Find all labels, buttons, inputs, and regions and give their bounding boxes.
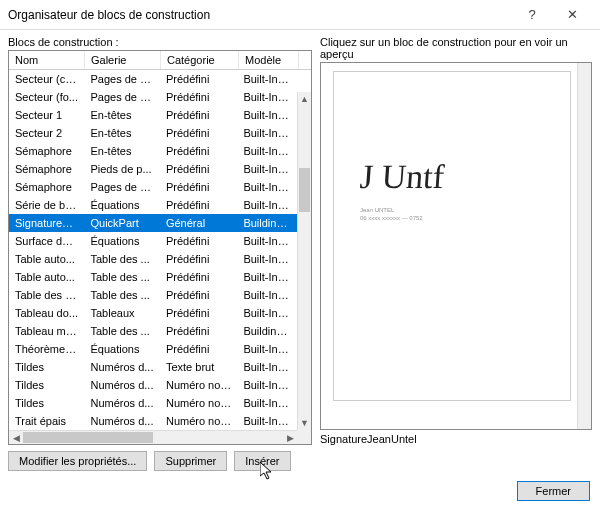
preview-meta: Jean UNTEL06 xxxx xxxxxx — 0752 xyxy=(360,206,423,223)
table-row[interactable]: SignatureJe...QuickPartGénéralBuilding .… xyxy=(9,214,297,232)
cell: Prédéfini xyxy=(160,163,237,175)
table-row[interactable]: TildesNuméros d...Numéro nor...Built-In … xyxy=(9,394,297,412)
cell: Built-In B... xyxy=(237,415,297,427)
cell: Table des ... xyxy=(84,325,159,337)
table-row[interactable]: Série de blo...ÉquationsPrédéfiniBuilt-I… xyxy=(9,196,297,214)
cell: Built-In B... xyxy=(237,397,297,409)
table-row[interactable]: Théorème d...ÉquationsPrédéfiniBuilt-In … xyxy=(9,340,297,358)
cell: Building ... xyxy=(237,217,297,229)
preview-item-name: SignatureJeanUntel xyxy=(320,433,592,445)
insert-button[interactable]: Insérer xyxy=(234,451,290,471)
cell: En-têtes xyxy=(84,145,159,157)
cell: Prédéfini xyxy=(160,307,237,319)
cell: Équations xyxy=(84,235,159,247)
cell: Tildes xyxy=(9,397,84,409)
table-row[interactable]: Tableau ma...Table des ...PrédéfiniBuild… xyxy=(9,322,297,340)
cell: Numéro nor... xyxy=(160,397,237,409)
table-row[interactable]: TildesNuméros d...Texte brutBuilt-In B..… xyxy=(9,358,297,376)
hscroll-thumb[interactable] xyxy=(23,432,153,443)
help-button[interactable]: ? xyxy=(512,0,552,30)
scroll-thumb[interactable] xyxy=(299,168,310,212)
cell: Table des m... xyxy=(9,289,84,301)
scroll-left-icon[interactable]: ◀ xyxy=(9,433,23,443)
scroll-right-icon[interactable]: ▶ xyxy=(283,433,297,443)
table-row[interactable]: Trait épaisNuméros d...Numéro nor...Buil… xyxy=(9,412,297,430)
cell: Numéro nor... xyxy=(160,379,237,391)
left-label: Blocs de construction : xyxy=(8,36,312,48)
cell: Prédéfini xyxy=(160,145,237,157)
cell: Pages de g... xyxy=(84,181,159,193)
cell: SignatureJe... xyxy=(9,217,84,229)
vertical-scrollbar[interactable]: ▲ ▼ xyxy=(297,92,311,430)
table-row[interactable]: Secteur 1En-têtesPrédéfiniBuilt-In B... xyxy=(9,106,297,124)
cell: Trait épais xyxy=(9,415,84,427)
table-row[interactable]: Surface du ...ÉquationsPrédéfiniBuilt-In… xyxy=(9,232,297,250)
cell: Sémaphore xyxy=(9,163,84,175)
cell: Built-In B... xyxy=(237,361,297,373)
cell: Built-In B... xyxy=(237,73,297,85)
cell: Table des ... xyxy=(84,289,159,301)
cell: Built-In B... xyxy=(237,163,297,175)
table-row[interactable]: Table des m...Table des ...PrédéfiniBuil… xyxy=(9,286,297,304)
table-row[interactable]: Table auto...Table des ...PrédéfiniBuilt… xyxy=(9,250,297,268)
col-modele[interactable]: Modèle xyxy=(239,51,299,69)
close-dialog-button[interactable]: Fermer xyxy=(517,481,590,501)
table-row[interactable]: SémaphoreEn-têtesPrédéfiniBuilt-In B... xyxy=(9,142,297,160)
cell: Table des ... xyxy=(84,271,159,283)
cell: Built-In B... xyxy=(237,127,297,139)
cell: Tableau do... xyxy=(9,307,84,319)
cell: Prédéfini xyxy=(160,235,237,247)
table-row[interactable]: Secteur (fo...Pages de g...PrédéfiniBuil… xyxy=(9,88,297,106)
building-blocks-grid: Nom Galerie Catégorie Modèle Secteur (cl… xyxy=(8,50,312,445)
cell: Général xyxy=(160,217,237,229)
table-row[interactable]: Secteur (clair)Pages de g...PrédéfiniBui… xyxy=(9,70,297,88)
cell: Secteur (clair) xyxy=(9,73,84,85)
cell: Numéros d... xyxy=(84,361,159,373)
cell: En-têtes xyxy=(84,127,159,139)
table-row[interactable]: Secteur 2En-têtesPrédéfiniBuilt-In B... xyxy=(9,124,297,142)
cell: Built-In B... xyxy=(237,181,297,193)
preview-scrollbar[interactable] xyxy=(577,63,591,429)
preview-pane: J Untf Jean UNTEL06 xxxx xxxxxx — 0752 xyxy=(320,62,592,430)
col-categorie[interactable]: Catégorie xyxy=(161,51,239,69)
cell: Prédéfini xyxy=(160,271,237,283)
col-galerie[interactable]: Galerie xyxy=(85,51,161,69)
titlebar: Organisateur de blocs de construction ? … xyxy=(0,0,600,30)
table-row[interactable]: Table auto...Table des ...PrédéfiniBuilt… xyxy=(9,268,297,286)
cell: Built-In B... xyxy=(237,199,297,211)
table-row[interactable]: SémaphorePages de g...PrédéfiniBuilt-In … xyxy=(9,178,297,196)
window-title: Organisateur de blocs de construction xyxy=(8,8,512,22)
edit-properties-button[interactable]: Modifier les propriétés... xyxy=(8,451,147,471)
col-nom[interactable]: Nom xyxy=(9,51,85,69)
table-row[interactable]: TildesNuméros d...Numéro nor...Built-In … xyxy=(9,376,297,394)
cell: Prédéfini xyxy=(160,109,237,121)
cell: QuickPart xyxy=(84,217,159,229)
cell: Built-In B... xyxy=(237,109,297,121)
cell: Équations xyxy=(84,199,159,211)
scroll-up-icon[interactable]: ▲ xyxy=(298,92,311,106)
cell: Prédéfini xyxy=(160,289,237,301)
scroll-down-icon[interactable]: ▼ xyxy=(298,416,311,430)
cell: Pieds de p... xyxy=(84,163,159,175)
cell: Building ... xyxy=(237,325,297,337)
cell: Built-In B... xyxy=(237,91,297,103)
table-row[interactable]: Tableau do...TableauxPrédéfiniBuilt-In B… xyxy=(9,304,297,322)
horizontal-scrollbar[interactable]: ◀ ▶ xyxy=(9,430,297,444)
cell: Numéro nor... xyxy=(160,415,237,427)
close-button[interactable]: ✕ xyxy=(552,0,592,30)
cell: Built-In B... xyxy=(237,271,297,283)
cell: Numéros d... xyxy=(84,415,159,427)
action-row: Modifier les propriétés... Supprimer Ins… xyxy=(0,445,600,477)
delete-button[interactable]: Supprimer xyxy=(154,451,227,471)
cell: Texte brut xyxy=(160,361,237,373)
cell: Prédéfini xyxy=(160,73,237,85)
cell: Secteur (fo... xyxy=(9,91,84,103)
cell: Série de blo... xyxy=(9,199,84,211)
cell: Prédéfini xyxy=(160,343,237,355)
table-row[interactable]: SémaphorePieds de p...PrédéfiniBuilt-In … xyxy=(9,160,297,178)
cell: Tildes xyxy=(9,379,84,391)
cell: Sémaphore xyxy=(9,145,84,157)
cell: Tildes xyxy=(9,361,84,373)
cell: Numéros d... xyxy=(84,379,159,391)
cell: Table auto... xyxy=(9,271,84,283)
